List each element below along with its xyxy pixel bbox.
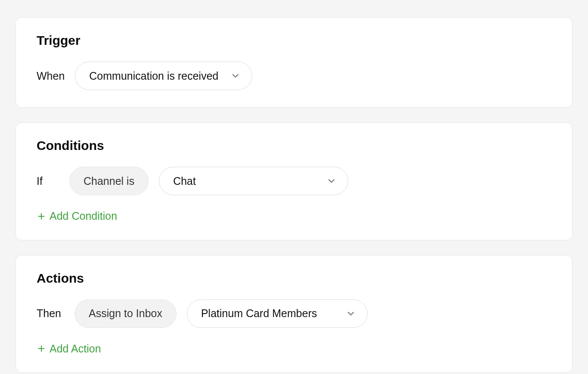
chevron-down-icon (346, 309, 356, 319)
add-condition-label: Add Condition (50, 210, 117, 222)
conditions-card: Conditions If Channel is Chat Add Condit… (15, 122, 573, 240)
add-action-button[interactable]: Add Action (37, 343, 101, 355)
actions-row: Then Assign to Inbox Platinum Card Membe… (37, 299, 551, 328)
trigger-dropdown[interactable]: Communication is received (75, 62, 252, 90)
actions-label: Then (37, 307, 64, 320)
action-type-pill[interactable]: Assign to Inbox (74, 299, 176, 328)
chevron-down-icon (230, 71, 241, 81)
action-value-dropdown[interactable]: Platinum Card Members (187, 299, 368, 328)
trigger-dropdown-value: Communication is received (89, 70, 218, 82)
conditions-title: Conditions (37, 138, 551, 153)
plus-icon (37, 212, 46, 221)
trigger-row: When Communication is received (37, 62, 551, 90)
action-value: Platinum Card Members (201, 307, 317, 320)
add-condition-button[interactable]: Add Condition (37, 210, 117, 222)
chevron-down-icon (326, 176, 337, 186)
trigger-label: When (37, 70, 65, 82)
add-action-label: Add Action (50, 343, 101, 355)
trigger-title: Trigger (37, 33, 551, 48)
conditions-row: If Channel is Chat (37, 167, 551, 195)
condition-value-dropdown[interactable]: Chat (159, 167, 348, 195)
plus-icon (37, 344, 46, 353)
action-type-label: Assign to Inbox (89, 307, 162, 320)
actions-title: Actions (37, 271, 551, 286)
condition-type-pill[interactable]: Channel is (69, 167, 149, 195)
actions-card: Actions Then Assign to Inbox Platinum Ca… (15, 255, 573, 373)
trigger-card: Trigger When Communication is received (15, 17, 573, 108)
conditions-label: If (37, 175, 59, 187)
condition-type-label: Channel is (84, 175, 134, 187)
condition-value: Chat (173, 175, 196, 187)
